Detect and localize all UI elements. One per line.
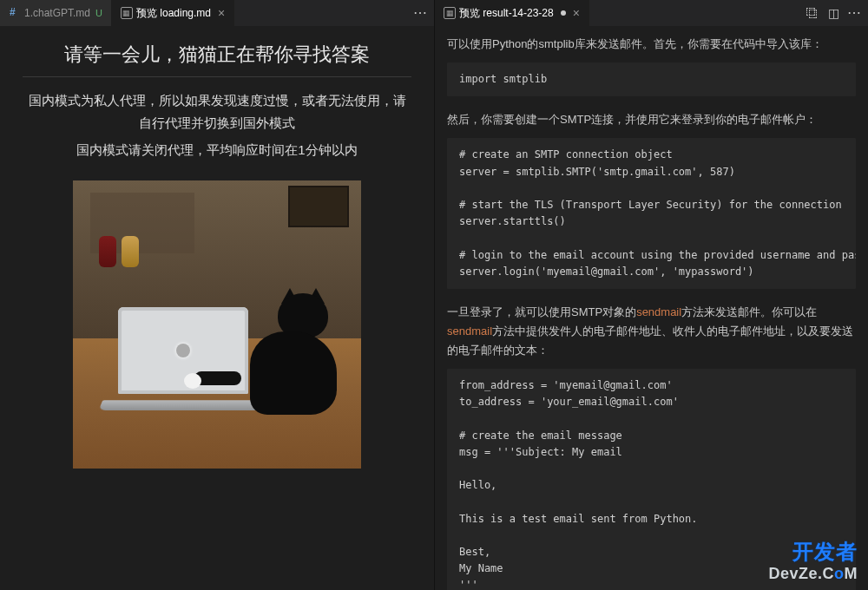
code-block: # create an SMTP connection object serve… bbox=[447, 138, 856, 289]
split-preview-icon[interactable]: ⿻ bbox=[806, 6, 819, 20]
cat-typing-gif bbox=[73, 180, 361, 469]
tab-preview-result[interactable]: ▦ 预览 result-14-23-28 × bbox=[435, 0, 589, 26]
preview-loading-content: 请等一会儿，猫猫正在帮你寻找答案 国内模式为私人代理，所以如果发现速度过慢，或者… bbox=[0, 26, 434, 590]
cat-illustration bbox=[233, 293, 337, 415]
tab-chatgpt-md[interactable]: 1.chatGPT.md U bbox=[0, 0, 112, 26]
tab-preview-loading[interactable]: ▦ 预览 loading.md × bbox=[112, 0, 234, 26]
code-block: import smtplib bbox=[447, 62, 856, 96]
more-icon[interactable]: ⋯ bbox=[847, 6, 861, 20]
split-editor-icon[interactable]: ◫ bbox=[826, 6, 840, 20]
tab-label: 预览 loading.md bbox=[136, 6, 211, 21]
preview-result-content: 可以使用Python的smtplib库来发送邮件。首先，你需要在代码中导入该库：… bbox=[435, 26, 868, 590]
preview-icon: ▦ bbox=[121, 7, 133, 19]
close-icon[interactable]: × bbox=[573, 6, 580, 20]
tab-label: 1.chatGPT.md bbox=[24, 7, 90, 19]
modified-dot-icon bbox=[561, 10, 566, 16]
git-status-badge: U bbox=[95, 8, 102, 18]
loading-note-2: 国内模式请关闭代理，平均响应时间在1分钟以内 bbox=[23, 139, 411, 161]
preview-icon: ▦ bbox=[444, 7, 456, 19]
inline-code: sendmail bbox=[447, 324, 492, 338]
markdown-file-icon bbox=[9, 7, 21, 19]
code-block: from_address = 'myemail@gmail.com' to_ad… bbox=[447, 369, 856, 590]
tab-actions-left: ⋯ bbox=[406, 6, 434, 20]
apple-logo-icon bbox=[176, 344, 190, 357]
more-icon[interactable]: ⋯ bbox=[413, 6, 427, 20]
close-icon[interactable]: × bbox=[218, 6, 225, 20]
tab-label: 预览 result-14-23-28 bbox=[459, 6, 554, 21]
loading-title: 请等一会儿，猫猫正在帮你寻找答案 bbox=[23, 38, 411, 77]
paragraph: 可以使用Python的smtplib库来发送邮件。首先，你需要在代码中导入该库： bbox=[447, 35, 856, 54]
paragraph: 一旦登录了，就可以使用SMTP对象的sendmail方法来发送邮件。你可以在se… bbox=[447, 303, 856, 360]
editor-pane-right: ▦ 预览 result-14-23-28 × ⿻ ◫ ⋯ 可以使用Python的… bbox=[434, 0, 868, 590]
inline-code: sendmail bbox=[636, 305, 681, 318]
editor-pane-left: 1.chatGPT.md U ▦ 预览 loading.md × ⋯ 请等一会儿… bbox=[0, 0, 434, 590]
tabbar-right: ▦ 预览 result-14-23-28 × ⿻ ◫ ⋯ bbox=[435, 0, 868, 26]
tab-actions-right: ⿻ ◫ ⋯ bbox=[799, 6, 868, 20]
tabbar-left: 1.chatGPT.md U ▦ 预览 loading.md × ⋯ bbox=[0, 0, 434, 26]
loading-note-1: 国内模式为私人代理，所以如果发现速度过慢，或者无法使用，请自行代理并切换到国外模… bbox=[23, 89, 411, 134]
paragraph: 然后，你需要创建一个SMTP连接，并使用它来登录到你的电子邮件帐户： bbox=[447, 110, 856, 129]
